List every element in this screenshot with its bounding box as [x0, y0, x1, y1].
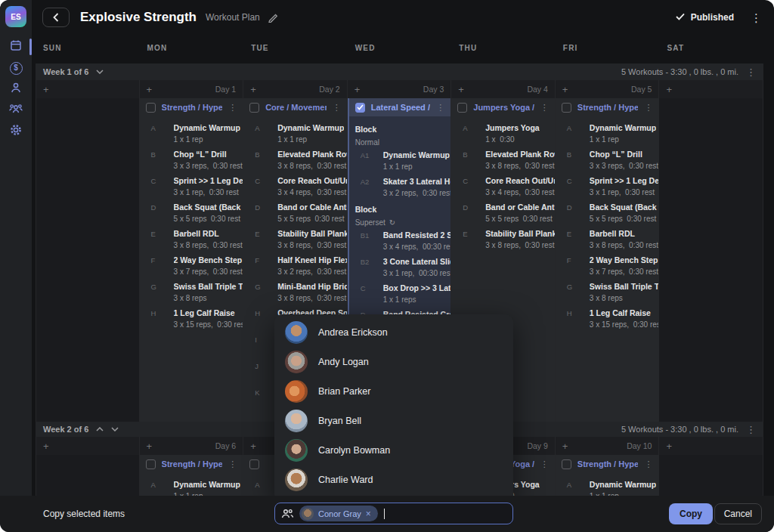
workout-card[interactable]: Strength / Hypertro...⋮ADynamic Warmup1 … [140, 455, 243, 496]
chip-remove-icon[interactable]: × [366, 509, 371, 518]
athlete-option[interactable]: Carolyn Bowman [274, 435, 513, 465]
workout-title[interactable]: Strength / Hypertro... [577, 103, 639, 112]
workout-checkbox[interactable] [562, 103, 571, 113]
athlete-option[interactable]: Andy Logan [274, 347, 513, 376]
add-workout-icon[interactable]: + [43, 84, 49, 95]
selected-athlete-chip[interactable]: Conor Gray × [299, 506, 378, 521]
exercise-row[interactable]: BElevated Plank Row3 x 8 reps, 0:30 rest [451, 149, 555, 172]
exercise-row[interactable]: DBand or Cable Anti Rotati...5 x 5 reps … [451, 202, 555, 224]
add-workout-icon[interactable]: + [562, 441, 568, 452]
workout-checkbox[interactable] [146, 103, 156, 113]
workout-title[interactable]: Core / Movement Q... [265, 103, 327, 112]
workout-menu-icon[interactable]: ⋮ [540, 104, 549, 112]
exercise-row[interactable]: ADynamic Warmup1 x 1 rep [556, 479, 659, 496]
add-workout-icon[interactable]: + [250, 441, 256, 452]
exercise-row[interactable]: EBarbell RDL3 x 8 reps, 0:30 rest [140, 228, 243, 251]
add-workout-icon[interactable]: + [250, 84, 256, 95]
exercise-row[interactable]: CSprint >> 1 Leg Declarations3 x 1 rep, … [140, 175, 243, 198]
workout-checkbox[interactable] [249, 459, 259, 469]
edit-title-icon[interactable] [268, 12, 278, 23]
athlete-search-input[interactable]: Conor Gray × [274, 503, 513, 524]
add-workout-icon[interactable]: + [147, 441, 153, 452]
cancel-button[interactable]: Cancel [714, 503, 762, 524]
chevron-down-icon[interactable] [111, 427, 119, 431]
workout-card[interactable]: Strength / Hypertro...⋮ADynamic Warmup1 … [556, 455, 659, 496]
chevron-up-icon[interactable] [96, 427, 104, 431]
exercise-row[interactable]: CBox Drop >> 3 Lateral H...1 x 1 reps [349, 283, 451, 305]
workout-title[interactable]: Strength / Hypertro... [162, 459, 223, 469]
exercise-row[interactable]: AJumpers Yoga1 x 0:30 [451, 122, 555, 145]
athlete-option[interactable]: Andrea Erickson [274, 317, 513, 347]
exercise-row[interactable]: GMini-Band Hip Bridge w/ ...3 x 8 reps, … [243, 281, 347, 304]
workout-menu-icon[interactable]: ⋮ [436, 104, 444, 112]
workout-card[interactable]: Strength / Hypertro...⋮ADynamic Warmup1 … [556, 98, 659, 422]
exercise-row[interactable]: ADynamic Warmup1 x 1 rep [556, 122, 659, 145]
week-menu-icon[interactable]: ⋮ [746, 425, 756, 435]
exercise-row[interactable]: FHalf Kneel Hip Flexor Rais...3 x 2 reps… [243, 255, 347, 277]
exercise-row[interactable]: BChop “L” Drill3 x 3 reps, 0:30 rest [140, 149, 243, 172]
sidebar-item-settings[interactable] [0, 121, 32, 142]
exercise-row[interactable]: ADynamic Warmup1 x 1 rep [243, 122, 347, 145]
exercise-row[interactable]: ADynamic Warmup1 x 1 rep [140, 479, 243, 496]
athlete-option[interactable]: Bryan Bell [274, 406, 513, 435]
program-logo[interactable]: ES [5, 6, 26, 27]
workout-menu-icon[interactable]: ⋮ [228, 460, 237, 469]
workout-checkbox[interactable] [562, 459, 571, 469]
exercise-row[interactable]: CCore Reach Out/Under3 x 4 reps, 0:30 re… [243, 175, 347, 198]
workout-checkbox[interactable] [249, 103, 259, 113]
back-button[interactable] [42, 8, 70, 27]
exercise-row[interactable]: A2Skater 3 Lateral Hops >> ...3 x 2 reps… [349, 176, 451, 199]
workout-checkbox[interactable] [146, 459, 156, 469]
exercise-row[interactable]: CCore Reach Out/Under3 x 4 reps, 0:30 re… [451, 175, 555, 198]
exercise-row[interactable]: BElevated Plank Row3 x 8 reps, 0:30 rest [243, 149, 347, 172]
add-workout-icon[interactable]: + [43, 441, 49, 452]
workout-menu-icon[interactable]: ⋮ [228, 104, 237, 112]
exercise-row[interactable]: GSwiss Ball Triple Threat3 x 8 reps [140, 281, 243, 304]
exercise-row[interactable]: DBand or Cable Anti-Rotati...5 x 5 reps … [243, 202, 347, 224]
exercise-row[interactable]: B23 Cone Lateral Slide3 x 1 rep, 00:30 r… [349, 256, 451, 279]
exercise-row[interactable]: DBack Squat (Back Off Set)5 x 5 reps 0:3… [140, 202, 243, 224]
workout-title[interactable]: Jumpers Yoga / Core [473, 103, 534, 112]
week-label[interactable]: Week 1 of 6 [43, 67, 88, 76]
exercise-row[interactable]: H1 Leg Calf Raise3 x 15 reps, 0:30 rest [140, 308, 243, 330]
workout-checkbox[interactable] [457, 103, 467, 113]
exercise-row[interactable]: DBack Squat (Back Off Set)5 x 5 reps 0:3… [556, 202, 659, 224]
workout-menu-icon[interactable]: ⋮ [644, 104, 652, 112]
header-menu-icon[interactable]: ⋮ [751, 12, 762, 23]
sidebar-item-calendar[interactable] [0, 36, 32, 57]
exercise-row[interactable]: EBarbell RDL3 x 8 reps, 0:30 rest [556, 228, 659, 251]
week-menu-icon[interactable]: ⋮ [746, 67, 756, 77]
sidebar-item-billing[interactable]: $ [0, 57, 32, 79]
exercise-row[interactable]: H1 Leg Calf Raise3 x 15 reps, 0:30 rest [556, 308, 659, 330]
workout-menu-icon[interactable]: ⋮ [644, 460, 652, 469]
exercise-row[interactable]: F2 Way Bench Step Up3 x 7 reps, 0:30 res… [140, 255, 243, 277]
exercise-row[interactable]: BChop “L” Drill3 x 3 reps, 0:30 rest [556, 149, 659, 172]
athlete-option[interactable]: Charlie Ward [274, 465, 513, 494]
add-workout-icon[interactable]: + [562, 84, 568, 95]
exercise-row[interactable]: B1Band Resisted 2 Step Late...3 x 4 reps… [349, 230, 451, 252]
athlete-option[interactable]: Brian Parker [274, 376, 513, 406]
publish-status[interactable]: Published [676, 12, 734, 23]
add-workout-icon[interactable]: + [666, 84, 672, 95]
workout-menu-icon[interactable]: ⋮ [540, 460, 549, 469]
add-workout-icon[interactable]: + [354, 84, 361, 95]
exercise-row[interactable]: GSwiss Ball Triple Threat3 x 8 reps [556, 281, 659, 304]
workout-title[interactable]: Strength / Hypertro... [162, 103, 223, 112]
exercise-row[interactable]: EStability Ball Plank Linear ...3 x 8 re… [451, 228, 555, 251]
add-workout-icon[interactable]: + [666, 441, 672, 452]
week-label[interactable]: Week 2 of 6 [43, 425, 88, 434]
exercise-row[interactable]: A1Dynamic Warmup1 x 1 rep [349, 150, 451, 172]
add-workout-icon[interactable]: + [458, 84, 464, 95]
exercise-row[interactable]: EStability Ball Plank Linear ...3 x 8 re… [243, 228, 347, 251]
exercise-row[interactable]: ADynamic Warmup1 x 1 rep [140, 122, 243, 145]
sidebar-item-clients[interactable] [0, 79, 32, 100]
workout-title[interactable]: Lateral Speed / Plyo [371, 103, 431, 112]
sidebar-item-teams[interactable] [0, 100, 32, 121]
exercise-row[interactable]: CSprint >> 1 Leg Declarations3 x 1 rep, … [556, 175, 659, 198]
workout-checkbox[interactable] [355, 103, 365, 113]
exercise-row[interactable]: F2 Way Bench Step Up3 x 7 reps, 0:30 res… [556, 255, 659, 277]
workout-menu-icon[interactable]: ⋮ [333, 104, 341, 112]
add-workout-icon[interactable]: + [147, 84, 153, 95]
copy-button[interactable]: Copy [669, 503, 713, 524]
workout-card[interactable]: Strength / Hypertro...⋮ADynamic Warmup1 … [140, 98, 243, 422]
